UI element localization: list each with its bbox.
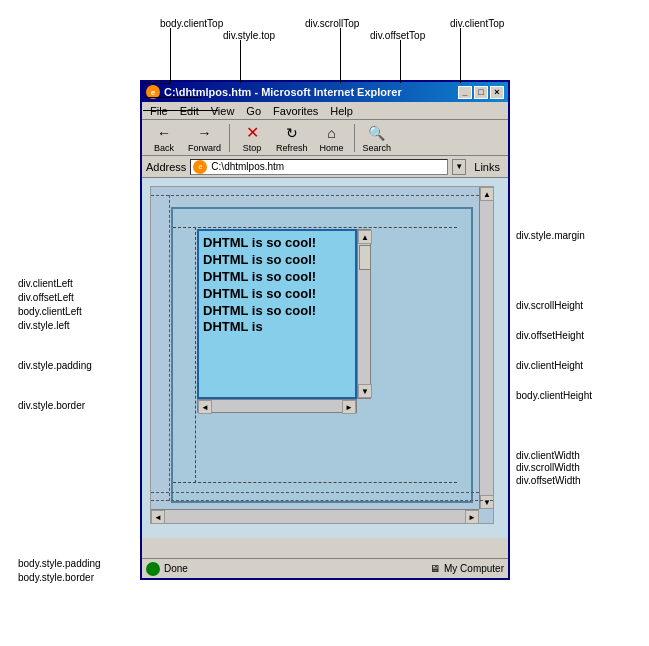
home-button[interactable]: ⌂ Home xyxy=(314,121,350,155)
menu-favorites[interactable]: Favorites xyxy=(267,104,324,118)
address-value: C:\dhtmlpos.htm xyxy=(211,161,284,172)
hscroll-left[interactable]: ◄ xyxy=(198,400,212,414)
textbox-vscroll[interactable]: ▲ ▼ xyxy=(357,229,371,399)
stop-label: Stop xyxy=(243,143,262,153)
menu-bar: File Edit View Go Favorites Help xyxy=(142,102,508,120)
address-bar: Address e C:\dhtmlpos.htm ▼ Links xyxy=(142,156,508,178)
hscroll-track xyxy=(212,400,342,412)
menu-help[interactable]: Help xyxy=(324,104,359,118)
address-dropdown[interactable]: ▼ xyxy=(452,159,466,175)
address-label: Address xyxy=(146,161,186,173)
line-div-offsetTop xyxy=(400,40,401,83)
browser-toolbar: ← Back → Forward ✕ Stop ↻ Refresh ⌂ Home xyxy=(142,120,508,156)
measure-top-line xyxy=(173,227,457,228)
vscroll-thumb[interactable] xyxy=(359,245,371,270)
search-button[interactable]: 🔍 Search xyxy=(359,121,396,155)
browser-titlebar: e C:\dhtmlpos.htm - Microsoft Internet E… xyxy=(142,82,508,102)
h-measure-1 xyxy=(143,83,170,84)
search-label: Search xyxy=(363,143,392,153)
forward-label: Forward xyxy=(188,143,221,153)
status-right: 🖥 My Computer xyxy=(430,563,504,574)
vscroll-down[interactable]: ▼ xyxy=(358,384,372,398)
label-body-clientHeight: body.clientHeight xyxy=(516,390,592,401)
outer-vscroll-up[interactable]: ▲ xyxy=(480,187,494,201)
label-div-scrollTop: div.scrollTop xyxy=(305,18,359,29)
back-button[interactable]: ← Back xyxy=(146,121,182,155)
outer-hscroll-right[interactable]: ► xyxy=(465,510,479,524)
address-input[interactable]: e C:\dhtmlpos.htm xyxy=(190,159,448,175)
home-label: Home xyxy=(320,143,344,153)
menu-go[interactable]: Go xyxy=(240,104,267,118)
h-measure-3 xyxy=(143,110,218,111)
diagram-area: body.clientTop div.style.top div.scrollT… xyxy=(0,0,649,646)
content-div: DHTML is so cool! DHTML is so cool! DHTM… xyxy=(171,207,473,503)
browser-window: e C:\dhtmlpos.htm - Microsoft Internet E… xyxy=(140,80,510,580)
label-div-scrollWidth: div.scrollWidth xyxy=(516,462,580,473)
outer-hscroll-track xyxy=(165,510,465,523)
outer-vscroll[interactable]: ▲ ▼ xyxy=(479,187,493,509)
outer-measure-bottom2 xyxy=(151,492,479,493)
line-div-scrollTop xyxy=(340,28,341,83)
label-div-style-left: div.style.left xyxy=(18,320,70,331)
refresh-icon: ↻ xyxy=(281,123,303,143)
label-div-style-margin: div.style.margin xyxy=(516,230,585,241)
label-div-offsetTop: div.offsetTop xyxy=(370,30,425,41)
status-text: Done xyxy=(164,563,188,574)
outer-content-box: DHTML is so cool! DHTML is so cool! DHTM… xyxy=(150,186,494,524)
label-div-style-top: div.style.top xyxy=(223,30,275,41)
computer-label: My Computer xyxy=(444,563,504,574)
line-body-clientTop xyxy=(170,28,171,83)
outer-hscroll[interactable]: ◄ ► xyxy=(151,509,479,523)
hscroll-right[interactable]: ► xyxy=(342,400,356,414)
computer-icon: 🖥 xyxy=(430,563,440,574)
window-controls[interactable]: _ □ × xyxy=(458,86,504,99)
dhtml-textbox: DHTML is so cool! DHTML is so cool! DHTM… xyxy=(197,229,357,399)
refresh-button[interactable]: ↻ Refresh xyxy=(272,121,312,155)
outer-measure-left xyxy=(169,195,170,501)
toolbar-divider-2 xyxy=(354,124,355,152)
label-div-clientWidth: div.clientWidth xyxy=(516,450,580,461)
outer-hscroll-left[interactable]: ◄ xyxy=(151,510,165,524)
textbox-hscroll[interactable]: ◄ ► xyxy=(197,399,357,413)
forward-icon: → xyxy=(194,123,216,143)
label-div-offsetLeft: div.offsetLeft xyxy=(18,292,74,303)
refresh-label: Refresh xyxy=(276,143,308,153)
forward-button[interactable]: → Forward xyxy=(184,121,225,155)
search-icon: 🔍 xyxy=(366,123,388,143)
label-body-style-border: body.style.border xyxy=(18,572,94,583)
measure-left-line xyxy=(195,227,196,483)
outer-vscroll-down[interactable]: ▼ xyxy=(480,495,494,509)
minimize-button[interactable]: _ xyxy=(458,86,472,99)
label-div-clientHeight: div.clientHeight xyxy=(516,360,583,371)
address-icon: e xyxy=(193,160,207,174)
label-div-clientLeft: div.clientLeft xyxy=(18,278,73,289)
label-body-style-padding: body.style.padding xyxy=(18,558,101,569)
h-measure-2 xyxy=(143,97,201,98)
back-icon: ← xyxy=(153,123,175,143)
status-bar: Done 🖥 My Computer xyxy=(142,558,508,578)
label-div-style-padding: div.style.padding xyxy=(18,360,92,371)
line-div-style-top xyxy=(240,40,241,83)
outer-measure-top xyxy=(151,195,479,196)
label-div-offsetHeight: div.offsetHeight xyxy=(516,330,584,341)
vscroll-up[interactable]: ▲ xyxy=(358,230,372,244)
stop-icon: ✕ xyxy=(241,123,263,143)
label-div-scrollHeight: div.scrollHeight xyxy=(516,300,583,311)
line-div-clientTop-top xyxy=(460,28,461,83)
measure-bottom-line xyxy=(173,482,457,483)
toolbar-divider-1 xyxy=(229,124,230,152)
label-div-offsetWidth: div.offsetWidth xyxy=(516,475,581,486)
browser-content: DHTML is so cool! DHTML is so cool! DHTM… xyxy=(142,178,508,538)
dhtml-text: DHTML is so cool! DHTML is so cool! DHTM… xyxy=(199,231,355,340)
label-div-clientTop: div.clientTop xyxy=(450,18,504,29)
label-div-style-border: div.style.border xyxy=(18,400,85,411)
label-body-clientLeft: body.clientLeft xyxy=(18,306,82,317)
close-button[interactable]: × xyxy=(490,86,504,99)
stop-button[interactable]: ✕ Stop xyxy=(234,121,270,155)
maximize-button[interactable]: □ xyxy=(474,86,488,99)
status-icon xyxy=(146,562,160,576)
links-button[interactable]: Links xyxy=(470,161,504,173)
outer-measure-bottom1 xyxy=(151,500,493,501)
vscroll-track xyxy=(358,244,370,384)
outer-vscroll-track xyxy=(480,201,493,495)
